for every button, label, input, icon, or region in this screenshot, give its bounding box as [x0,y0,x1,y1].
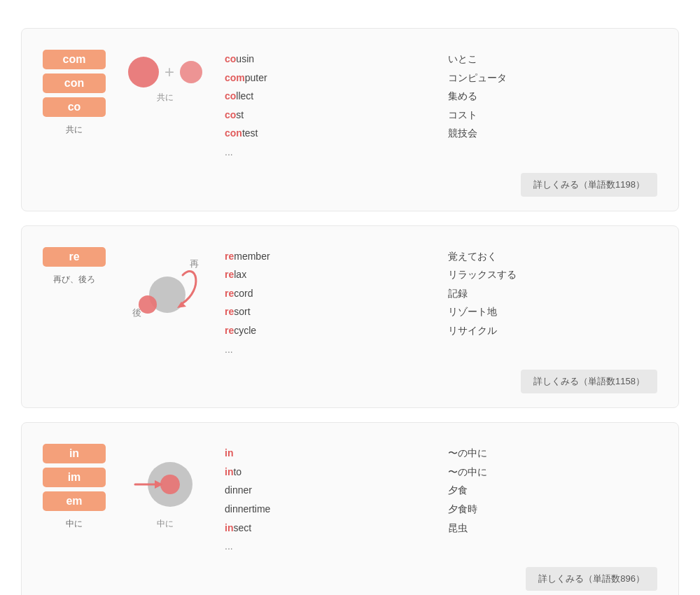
svg-text:再: 再 [190,258,199,269]
svg-text:後: 後 [132,307,141,317]
meaning-item: 夕食時 [448,500,657,519]
in-card: inimem 中に 中に inintodinnerdinnertimeinsec… [21,422,679,595]
word-item: contest [225,124,434,143]
word-dots: ... [225,537,434,556]
detail-button[interactable]: 詳しくみる（単語数1158） [521,370,657,393]
meaning-item: 〜の中に [448,463,657,482]
meaning-item: コスト [448,106,657,125]
prefix-badge: in [43,444,106,463]
word-item: resort [225,302,434,321]
word-item: into [225,463,434,482]
words-col: rememberrelaxrecordresortrecycle... [225,247,434,359]
word-item: insect [225,519,434,538]
svg-point-6 [160,475,180,494]
word-item: remember [225,247,434,266]
prefix-col: inimem 中に [43,444,106,530]
word-item: cousin [225,50,434,69]
word-item: record [225,284,434,303]
prefix-badge: con [43,74,106,93]
word-dots: ... [225,143,434,162]
word-item: relax [225,265,434,284]
prefix-label: 中に [66,518,83,530]
meaning-item: リサイクル [448,321,657,340]
words-col: inintodinnerdinnertimeinsect... [225,444,434,556]
word-item: dinnertime [225,500,434,519]
prefix-col: re 再び、後ろ [43,247,106,286]
detail-row: 詳しくみる（単語数1158） [43,370,657,393]
meaning-item: リラックスする [448,265,657,284]
prefix-badge: co [43,97,106,117]
meaning-item: いとこ [448,50,657,69]
meanings-col: いとこコンピュータ集めるコスト競技会 [448,50,657,143]
illustration-col: 中に [120,444,211,537]
words-col: cousincomputercollectcostcontest... [225,50,434,162]
meaning-item: 昆虫 [448,519,657,538]
word-dots: ... [225,340,434,359]
prefix-badge: im [43,468,106,487]
detail-row: 詳しくみる（単語数896） [43,567,657,591]
meaning-item: 覚えておく [448,247,657,266]
word-item: collect [225,87,434,106]
word-item: computer [225,69,434,88]
word-item: in [225,444,434,463]
ill-label: 共に [157,92,174,104]
detail-row: 詳しくみる（単語数1198） [43,173,657,197]
meaning-item: 競技会 [448,124,657,143]
prefix-badges: inimem [43,444,106,511]
illustration-col: 再 後 [120,247,211,324]
meaning-item: 集める [448,87,657,106]
prefix-badge: com [43,50,106,69]
meaning-item: コンピュータ [448,69,657,88]
word-item: dinner [225,481,434,500]
word-item: cost [225,106,434,125]
meaning-item: 記録 [448,284,657,303]
re-card: re 再び、後ろ 再 後 rememberre [21,225,679,409]
meanings-col: 〜の中に〜の中に夕食夕食時昆虫 [448,444,657,537]
meaning-item: リゾート地 [448,302,657,321]
meanings-col: 覚えておくリラックスする記録リゾート地リサイクル [448,247,657,340]
word-item: recycle [225,321,434,340]
prefix-badges: comconco [43,50,106,117]
prefix-label: 再び、後ろ [53,274,95,286]
ill-label: 中に [157,518,174,530]
illustration-col: + 共に [120,50,211,111]
meaning-item: 夕食 [448,481,657,500]
prefix-col: comconco 共に [43,50,106,136]
prefix-badges: re [43,247,106,267]
prefix-badge: re [43,247,106,267]
prefix-label: 共に [66,124,83,136]
detail-button[interactable]: 詳しくみる（単語数896） [526,567,657,591]
prefix-badge: em [43,491,106,511]
co-card: comconco 共に + 共に cousincomputercollectco… [21,28,679,211]
meaning-item: 〜の中に [448,444,657,463]
detail-button[interactable]: 詳しくみる（単語数1198） [521,173,657,197]
